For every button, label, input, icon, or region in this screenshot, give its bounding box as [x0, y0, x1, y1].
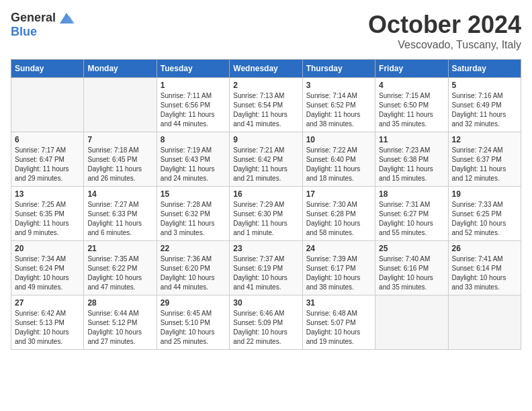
calendar-cell: 18Sunrise: 7:31 AMSunset: 6:27 PMDayligh…: [375, 187, 448, 241]
day-number: 23: [233, 244, 298, 253]
day-info: Sunrise: 7:22 AMSunset: 6:40 PMDaylight:…: [306, 146, 371, 183]
calendar-cell: 23Sunrise: 7:37 AMSunset: 6:19 PMDayligh…: [230, 241, 302, 295]
day-info: Sunrise: 7:35 AMSunset: 6:22 PMDaylight:…: [87, 255, 152, 292]
day-info: Sunrise: 6:46 AMSunset: 5:09 PMDaylight:…: [233, 309, 298, 347]
calendar-cell: 17Sunrise: 7:30 AMSunset: 6:28 PMDayligh…: [302, 187, 375, 241]
calendar-week-row: 1Sunrise: 7:11 AMSunset: 6:56 PMDaylight…: [11, 78, 521, 132]
title-block: October 2024 Vescovado, Tuscany, Italy: [368, 11, 521, 51]
day-info: Sunrise: 7:17 AMSunset: 6:47 PMDaylight:…: [15, 146, 80, 183]
calendar-cell: 24Sunrise: 7:39 AMSunset: 6:17 PMDayligh…: [302, 241, 375, 295]
calendar-week-row: 6Sunrise: 7:17 AMSunset: 6:47 PMDaylight…: [11, 132, 521, 187]
day-number: 18: [379, 189, 444, 199]
calendar-cell: 31Sunrise: 6:48 AMSunset: 5:07 PMDayligh…: [302, 295, 375, 350]
calendar-cell: 19Sunrise: 7:33 AMSunset: 6:25 PMDayligh…: [448, 187, 521, 241]
day-header-sunday: Sunday: [11, 60, 84, 78]
calendar-week-row: 20Sunrise: 7:34 AMSunset: 6:24 PMDayligh…: [11, 241, 521, 295]
day-number: 30: [233, 298, 298, 308]
calendar-cell: 21Sunrise: 7:35 AMSunset: 6:22 PMDayligh…: [84, 241, 157, 295]
day-info: Sunrise: 7:21 AMSunset: 6:42 PMDaylight:…: [233, 146, 298, 183]
day-number: 25: [379, 244, 444, 253]
day-info: Sunrise: 7:31 AMSunset: 6:27 PMDaylight:…: [379, 200, 444, 238]
day-number: 11: [379, 135, 444, 144]
calendar-cell: 12Sunrise: 7:24 AMSunset: 6:37 PMDayligh…: [448, 132, 521, 187]
calendar-cell: 2Sunrise: 7:13 AMSunset: 6:54 PMDaylight…: [230, 78, 302, 132]
calendar-table: SundayMondayTuesdayWednesdayThursdayFrid…: [11, 59, 521, 350]
page-header: General Blue October 2024 Vescovado, Tus…: [11, 11, 521, 51]
calendar-cell: [11, 78, 84, 132]
day-number: 7: [87, 135, 152, 144]
calendar-cell: 6Sunrise: 7:17 AMSunset: 6:47 PMDaylight…: [11, 132, 84, 187]
day-info: Sunrise: 7:33 AMSunset: 6:25 PMDaylight:…: [452, 200, 517, 238]
day-info: Sunrise: 7:34 AMSunset: 6:24 PMDaylight:…: [15, 255, 80, 292]
day-number: 9: [233, 135, 298, 144]
day-number: 28: [87, 298, 152, 308]
day-info: Sunrise: 7:24 AMSunset: 6:37 PMDaylight:…: [452, 146, 517, 183]
calendar-cell: 28Sunrise: 6:44 AMSunset: 5:12 PMDayligh…: [84, 295, 157, 350]
day-info: Sunrise: 6:42 AMSunset: 5:13 PMDaylight:…: [15, 309, 80, 347]
calendar-cell: 4Sunrise: 7:15 AMSunset: 6:50 PMDaylight…: [375, 78, 448, 132]
day-info: Sunrise: 6:48 AMSunset: 5:07 PMDaylight:…: [306, 309, 371, 347]
day-number: 21: [87, 244, 152, 253]
calendar-cell: 15Sunrise: 7:28 AMSunset: 6:32 PMDayligh…: [157, 187, 229, 241]
day-header-thursday: Thursday: [302, 60, 375, 78]
calendar-week-row: 27Sunrise: 6:42 AMSunset: 5:13 PMDayligh…: [11, 295, 521, 350]
day-info: Sunrise: 7:40 AMSunset: 6:16 PMDaylight:…: [379, 255, 444, 292]
day-info: Sunrise: 7:14 AMSunset: 6:52 PMDaylight:…: [306, 91, 371, 129]
day-info: Sunrise: 7:15 AMSunset: 6:50 PMDaylight:…: [379, 91, 444, 129]
logo-blue-text: Blue: [11, 25, 37, 38]
day-info: Sunrise: 7:11 AMSunset: 6:56 PMDaylight:…: [161, 91, 226, 129]
day-number: 4: [379, 81, 444, 90]
day-number: 29: [161, 298, 226, 308]
day-number: 27: [15, 298, 80, 308]
day-info: Sunrise: 7:27 AMSunset: 6:33 PMDaylight:…: [87, 200, 152, 238]
day-header-wednesday: Wednesday: [230, 60, 302, 78]
logo-general-text: General: [11, 11, 56, 25]
calendar-cell: 16Sunrise: 7:29 AMSunset: 6:30 PMDayligh…: [230, 187, 302, 241]
day-number: 15: [161, 189, 226, 199]
day-info: Sunrise: 6:44 AMSunset: 5:12 PMDaylight:…: [87, 309, 152, 347]
location: Vescovado, Tuscany, Italy: [368, 39, 521, 51]
day-header-tuesday: Tuesday: [157, 60, 229, 78]
day-number: 6: [15, 135, 80, 144]
day-number: 3: [306, 81, 371, 90]
calendar-cell: 14Sunrise: 7:27 AMSunset: 6:33 PMDayligh…: [84, 187, 157, 241]
day-info: Sunrise: 7:23 AMSunset: 6:38 PMDaylight:…: [379, 146, 444, 183]
calendar-cell: 20Sunrise: 7:34 AMSunset: 6:24 PMDayligh…: [11, 241, 84, 295]
day-number: 2: [233, 81, 298, 90]
day-number: 17: [306, 189, 371, 199]
day-info: Sunrise: 7:28 AMSunset: 6:32 PMDaylight:…: [161, 200, 226, 238]
calendar-cell: [448, 295, 521, 350]
calendar-header-row: SundayMondayTuesdayWednesdayThursdayFrid…: [11, 60, 521, 78]
calendar-cell: 5Sunrise: 7:16 AMSunset: 6:49 PMDaylight…: [448, 78, 521, 132]
day-number: 8: [161, 135, 226, 144]
calendar-cell: 3Sunrise: 7:14 AMSunset: 6:52 PMDaylight…: [302, 78, 375, 132]
day-number: 16: [233, 189, 298, 199]
logo: General Blue: [11, 11, 76, 39]
day-number: 13: [15, 189, 80, 199]
day-header-monday: Monday: [84, 60, 157, 78]
day-info: Sunrise: 7:25 AMSunset: 6:35 PMDaylight:…: [15, 200, 80, 238]
calendar-week-row: 13Sunrise: 7:25 AMSunset: 6:35 PMDayligh…: [11, 187, 521, 241]
month-title: October 2024: [368, 11, 521, 39]
day-info: Sunrise: 6:45 AMSunset: 5:10 PMDaylight:…: [161, 309, 226, 347]
calendar-cell: 11Sunrise: 7:23 AMSunset: 6:38 PMDayligh…: [375, 132, 448, 187]
day-number: 19: [452, 189, 517, 199]
day-number: 31: [306, 298, 371, 308]
day-number: 14: [87, 189, 152, 199]
day-number: 22: [161, 244, 226, 253]
day-info: Sunrise: 7:19 AMSunset: 6:43 PMDaylight:…: [161, 146, 226, 183]
calendar-cell: 29Sunrise: 6:45 AMSunset: 5:10 PMDayligh…: [157, 295, 229, 350]
day-info: Sunrise: 7:29 AMSunset: 6:30 PMDaylight:…: [233, 200, 298, 238]
day-info: Sunrise: 7:16 AMSunset: 6:49 PMDaylight:…: [452, 91, 517, 129]
day-number: 20: [15, 244, 80, 253]
day-info: Sunrise: 7:39 AMSunset: 6:17 PMDaylight:…: [306, 255, 371, 292]
day-number: 5: [452, 81, 517, 90]
day-number: 1: [161, 81, 226, 90]
calendar-cell: [84, 78, 157, 132]
calendar-cell: 9Sunrise: 7:21 AMSunset: 6:42 PMDaylight…: [230, 132, 302, 187]
calendar-cell: 10Sunrise: 7:22 AMSunset: 6:40 PMDayligh…: [302, 132, 375, 187]
day-header-saturday: Saturday: [448, 60, 521, 78]
calendar-cell: 1Sunrise: 7:11 AMSunset: 6:56 PMDaylight…: [157, 78, 229, 132]
day-number: 26: [452, 244, 517, 253]
logo-icon: [57, 11, 76, 25]
